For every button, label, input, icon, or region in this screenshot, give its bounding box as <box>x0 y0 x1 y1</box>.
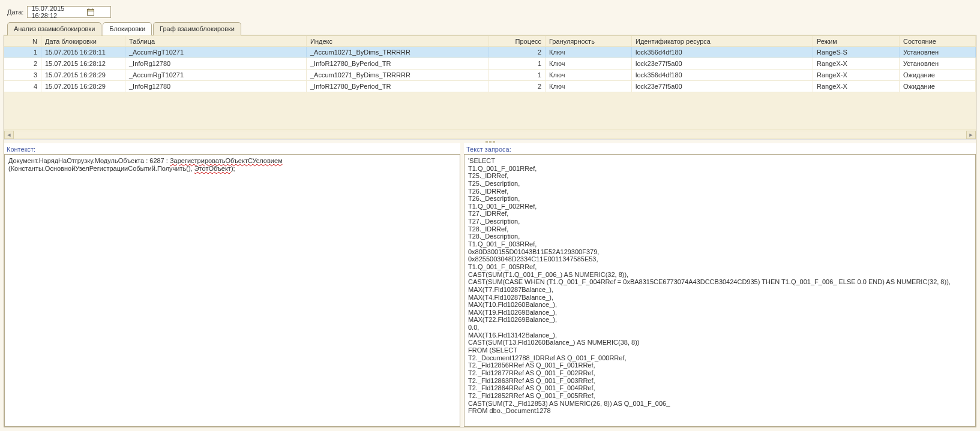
cell-mode: RangeX-X <box>813 70 900 80</box>
table-row[interactable]: 4 15.07.2015 16:28:29 _InfoRg12780 _Info… <box>4 81 976 92</box>
tab-locks[interactable]: Блокировки <box>103 22 152 35</box>
cell-process: 2 <box>489 81 546 92</box>
cell-table: _AccumRgT10271 <box>125 70 307 80</box>
col-resource[interactable]: Идентификатор ресурса <box>632 36 813 46</box>
table-row[interactable]: 1 15.07.2015 16:28:11 _AccumRgT10271 _Ac… <box>4 47 976 58</box>
bottom-panes: Контекст: Документ.НарядНаОтгрузку.Модул… <box>4 143 976 427</box>
svg-rect-1 <box>87 10 94 11</box>
cell-table: _InfoRg12780 <box>125 58 307 69</box>
scroll-right-icon[interactable]: ► <box>966 131 976 139</box>
cell-n: 4 <box>4 81 41 92</box>
table-row[interactable]: 2 15.07.2015 16:28:12 _InfoRg12780 _Info… <box>4 58 976 70</box>
grid-body: 1 15.07.2015 16:28:11 _AccumRgT10271 _Ac… <box>4 47 976 92</box>
locks-grid: N Дата блокировки Таблица Индекс Процесс… <box>4 35 976 140</box>
scroll-track[interactable] <box>14 131 966 139</box>
cell-date: 15.07.2015 16:28:12 <box>41 58 125 69</box>
cell-table: _AccumRgT10271 <box>125 47 307 58</box>
col-table[interactable]: Таблица <box>125 36 307 46</box>
cell-date: 15.07.2015 16:28:11 <box>41 47 125 58</box>
cell-table: _InfoRg12780 <box>125 81 307 92</box>
cell-process: 1 <box>489 58 546 69</box>
table-row[interactable]: 3 15.07.2015 16:28:29 _AccumRgT10271 _Ac… <box>4 70 976 81</box>
context-pane: Контекст: Документ.НарядНаОтгрузку.Модул… <box>4 143 464 427</box>
cell-granularity: Ключ <box>546 58 632 69</box>
cell-date: 15.07.2015 16:28:29 <box>41 81 125 92</box>
cell-mode: RangeX-X <box>813 81 900 92</box>
cell-n: 2 <box>4 58 41 69</box>
date-input[interactable]: 15.07.2015 16:28:12 <box>27 6 111 18</box>
date-label: Дата: <box>7 8 23 16</box>
col-n[interactable]: N <box>4 36 41 46</box>
cell-resource: lock356d4df180 <box>632 47 813 58</box>
grid-empty-area <box>4 92 976 129</box>
cell-mode: RangeS-S <box>813 47 900 58</box>
cell-state: Ожидание <box>900 70 976 80</box>
context-label: Контекст: <box>4 143 460 154</box>
cell-index: _Accum10271_ByDims_TRRRRR <box>307 47 489 58</box>
cell-date: 15.07.2015 16:28:29 <box>41 70 125 80</box>
cell-index: _InfoR12780_ByPeriod_TR <box>307 58 489 69</box>
cell-mode: RangeX-X <box>813 58 900 69</box>
col-process[interactable]: Процесс <box>489 36 546 46</box>
col-date[interactable]: Дата блокировки <box>41 36 125 46</box>
tab-analysis[interactable]: Анализ взаимоблокировки <box>7 22 101 35</box>
cell-state: Установлен <box>900 58 976 69</box>
scroll-left-icon[interactable]: ◄ <box>4 131 14 139</box>
query-text[interactable]: 'SELECT T1.Q_001_F_001RRef, T25._IDRRef,… <box>464 154 976 427</box>
tab-graph[interactable]: Граф взаимоблокировки <box>153 22 241 35</box>
cell-resource: lock356d4df180 <box>632 70 813 80</box>
grid-hscroll[interactable]: ◄ ► <box>4 129 976 139</box>
col-index[interactable]: Индекс <box>307 36 489 46</box>
tabs: Анализ взаимоблокировки Блокировки Граф … <box>4 22 976 35</box>
col-state[interactable]: Состояние <box>900 36 976 46</box>
cell-process: 1 <box>489 70 546 80</box>
cell-resource: lock23e77f5a00 <box>632 81 813 92</box>
context-text[interactable]: Документ.НарядНаОтгрузку.МодульОбъекта :… <box>4 154 460 427</box>
cell-resource: lock23e77f5a00 <box>632 58 813 69</box>
content-frame: N Дата блокировки Таблица Индекс Процесс… <box>4 35 976 427</box>
cell-n: 3 <box>4 70 41 80</box>
cell-granularity: Ключ <box>546 47 632 58</box>
cell-index: _InfoR12780_ByPeriod_TR <box>307 81 489 92</box>
cell-n: 1 <box>4 47 41 58</box>
cell-state: Ожидание <box>900 81 976 92</box>
date-row: Дата: 15.07.2015 16:28:12 <box>4 4 976 22</box>
cell-process: 2 <box>489 47 546 58</box>
cell-granularity: Ключ <box>546 81 632 92</box>
query-pane: Текст запроса: 'SELECT T1.Q_001_F_001RRe… <box>464 143 976 427</box>
grid-header: N Дата блокировки Таблица Индекс Процесс… <box>4 35 976 47</box>
cell-state: Установлен <box>900 47 976 58</box>
calendar-icon[interactable] <box>71 7 109 17</box>
col-mode[interactable]: Режим <box>813 36 900 46</box>
col-granularity[interactable]: Гранулярность <box>546 36 632 46</box>
cell-index: _Accum10271_ByDims_TRRRRR <box>307 70 489 80</box>
query-label: Текст запроса: <box>464 143 976 154</box>
cell-granularity: Ключ <box>546 70 632 80</box>
date-value: 15.07.2015 16:28:12 <box>31 5 69 19</box>
